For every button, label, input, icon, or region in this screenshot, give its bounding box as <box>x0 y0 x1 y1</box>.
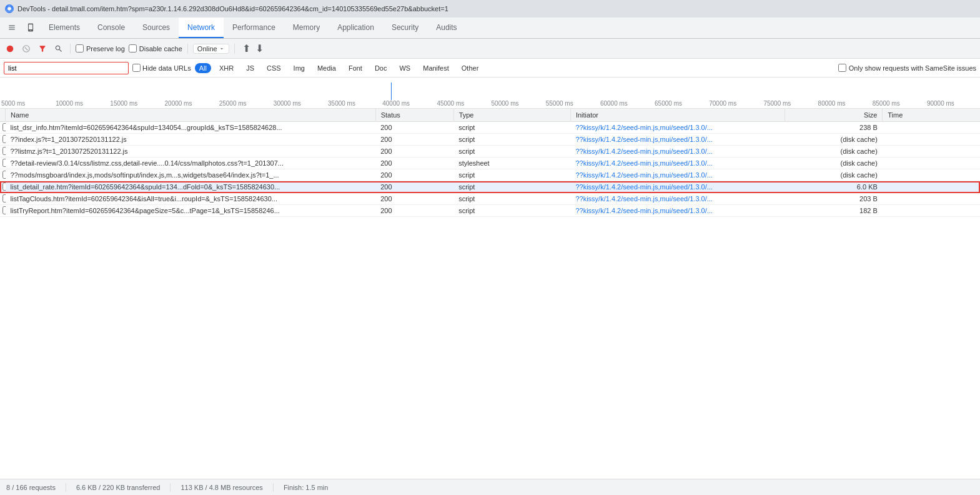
cell-status: 200 <box>375 134 453 146</box>
titlebar: DevTools - detail.tmall.com/item.htm?spm… <box>0 0 980 18</box>
clear-button[interactable] <box>20 42 32 55</box>
tab-network[interactable]: Network <box>179 18 224 38</box>
search-input[interactable] <box>4 62 129 74</box>
cell-status: 200 <box>375 169 453 181</box>
cell-name[interactable]: ??detail-review/3.0.14/css/listmz.css,de… <box>6 158 376 169</box>
svg-line-4 <box>25 47 28 50</box>
row-checkbox[interactable] <box>2 123 6 131</box>
col-type-header[interactable]: Type <box>453 109 570 122</box>
cell-time <box>883 146 980 158</box>
filter-css-button[interactable]: CSS <box>262 63 285 73</box>
table-row[interactable]: listTryReport.htm?itemId=602659642364&pa… <box>0 205 980 217</box>
filter-font-button[interactable]: Font <box>344 63 367 73</box>
search-button[interactable] <box>52 42 65 55</box>
row-checkbox[interactable] <box>2 171 6 179</box>
tab-security[interactable]: Security <box>383 18 427 38</box>
tab-device-toggle[interactable] <box>21 18 40 38</box>
col-time-header[interactable]: Time <box>883 109 980 122</box>
filter-xhr-button[interactable]: XHR <box>215 63 238 73</box>
cell-type: script <box>453 134 570 146</box>
tab-devtools-toggle[interactable] <box>2 18 21 38</box>
disable-cache-input[interactable] <box>129 44 137 52</box>
table-row[interactable]: ??mods/msgboard/index.js,mods/softinput/… <box>0 169 980 181</box>
timeline-label-12: 65000 ms <box>653 100 708 107</box>
samesite-checkbox[interactable]: Only show requests with SameSite issues <box>838 64 976 72</box>
preserve-log-input[interactable] <box>76 44 84 52</box>
tab-sources[interactable]: Sources <box>134 18 179 38</box>
cell-initiator[interactable]: ??kissy/k/1.4.2/seed-min.js,mui/seed/1.3… <box>570 181 784 193</box>
disable-cache-checkbox[interactable]: Disable cache <box>129 44 182 52</box>
tab-memory[interactable]: Memory <box>284 18 329 38</box>
table-row[interactable]: list_detail_rate.htm?itemId=602659642364… <box>0 181 980 193</box>
hide-data-urls-checkbox[interactable]: Hide data URLs <box>132 64 191 72</box>
preserve-log-checkbox[interactable]: Preserve log <box>76 44 125 52</box>
filter-js-button[interactable]: JS <box>242 63 259 73</box>
toolbar-divider-3 <box>234 44 235 54</box>
tabbar: Elements Console Sources Network Perform… <box>0 18 980 39</box>
cell-name[interactable]: list_dsr_info.htm?itemId=602659642364&sp… <box>6 122 376 134</box>
cell-size: (disk cache) <box>785 169 883 181</box>
row-checkbox[interactable] <box>2 159 6 167</box>
col-checkbox-header <box>0 109 6 122</box>
cell-initiator[interactable]: ??kissy/k/1.4.2/seed-min.js,mui/seed/1.3… <box>570 122 784 134</box>
tab-audits[interactable]: Audits <box>427 18 465 38</box>
cell-name[interactable]: ??listmz.js?t=1_2013072520131122.js <box>6 146 376 158</box>
record-button[interactable] <box>4 42 16 55</box>
row-checkbox[interactable] <box>2 147 6 155</box>
filter-other-button[interactable]: Other <box>457 63 483 73</box>
cell-size: 182 B <box>785 205 883 217</box>
table-row[interactable]: ??index.js?t=1_2013072520131122.js200scr… <box>0 134 980 146</box>
row-checkbox[interactable] <box>2 194 6 202</box>
network-throttle-select[interactable]: Online <box>193 44 229 54</box>
timeline-label-2: 15000 ms <box>109 100 163 107</box>
cell-size: (disk cache) <box>785 158 883 169</box>
cell-initiator[interactable]: ??kissy/k/1.4.2/seed-min.js,mui/seed/1.3… <box>570 134 784 146</box>
cell-type: script <box>453 193 570 205</box>
cell-time <box>883 169 980 181</box>
filter-doc-button[interactable]: Doc <box>370 63 392 73</box>
cell-time <box>883 122 980 134</box>
table-row[interactable]: ??detail-review/3.0.14/css/listmz.css,de… <box>0 158 980 169</box>
cell-initiator[interactable]: ??kissy/k/1.4.2/seed-min.js,mui/seed/1.3… <box>570 193 784 205</box>
tab-elements[interactable]: Elements <box>40 18 89 38</box>
table-row[interactable]: list_dsr_info.htm?itemId=602659642364&sp… <box>0 122 980 134</box>
cell-time <box>883 205 980 217</box>
row-checkbox[interactable] <box>2 135 6 143</box>
download-button[interactable]: ⬇ <box>255 42 264 54</box>
table-row[interactable]: listTagClouds.htm?itemId=602659642364&is… <box>0 193 980 205</box>
row-checkbox[interactable] <box>2 182 6 191</box>
cell-name[interactable]: list_detail_rate.htm?itemId=602659642364… <box>6 181 376 193</box>
filter-media-button[interactable]: Media <box>313 63 340 73</box>
cell-size: 238 B <box>785 122 883 134</box>
col-name-header[interactable]: Name <box>6 109 376 122</box>
cell-name[interactable]: listTagClouds.htm?itemId=602659642364&is… <box>6 193 376 205</box>
cell-initiator[interactable]: ??kissy/k/1.4.2/seed-min.js,mui/seed/1.3… <box>570 169 784 181</box>
cell-name[interactable]: ??mods/msgboard/index.js,mods/softinput/… <box>6 169 376 181</box>
cell-name[interactable]: listTryReport.htm?itemId=602659642364&pa… <box>6 205 376 217</box>
cell-initiator[interactable]: ??kissy/k/1.4.2/seed-min.js,mui/seed/1.3… <box>570 146 784 158</box>
timeline-label-13: 70000 ms <box>708 100 762 107</box>
tab-application[interactable]: Application <box>329 18 383 38</box>
row-checkbox[interactable] <box>2 206 6 214</box>
cell-type: script <box>453 146 570 158</box>
col-initiator-header[interactable]: Initiator <box>570 109 784 122</box>
network-table: Name Status Type Initiator Size Time lis… <box>0 109 980 479</box>
col-status-header[interactable]: Status <box>375 109 453 122</box>
filter-all-button[interactable]: All <box>195 63 211 73</box>
timeline-label-8: 45000 ms <box>435 100 490 107</box>
filter-ws-button[interactable]: WS <box>395 63 415 73</box>
filter-img-button[interactable]: Img <box>289 63 309 73</box>
hide-data-urls-input[interactable] <box>132 64 141 72</box>
tab-console[interactable]: Console <box>89 18 134 38</box>
samesite-input[interactable] <box>838 64 846 72</box>
table-row[interactable]: ??listmz.js?t=1_2013072520131122.js200sc… <box>0 146 980 158</box>
upload-button[interactable]: ⬆ <box>242 42 250 54</box>
col-size-header[interactable]: Size <box>785 109 883 122</box>
cell-size: 6.0 KB <box>785 181 883 193</box>
cell-initiator[interactable]: ??kissy/k/1.4.2/seed-min.js,mui/seed/1.3… <box>570 205 784 217</box>
filter-manifest-button[interactable]: Manifest <box>418 63 453 73</box>
cell-initiator[interactable]: ??kissy/k/1.4.2/seed-min.js,mui/seed/1.3… <box>570 158 784 169</box>
filter-button[interactable] <box>36 42 49 55</box>
cell-name[interactable]: ??index.js?t=1_2013072520131122.js <box>6 134 376 146</box>
tab-performance[interactable]: Performance <box>224 18 284 38</box>
